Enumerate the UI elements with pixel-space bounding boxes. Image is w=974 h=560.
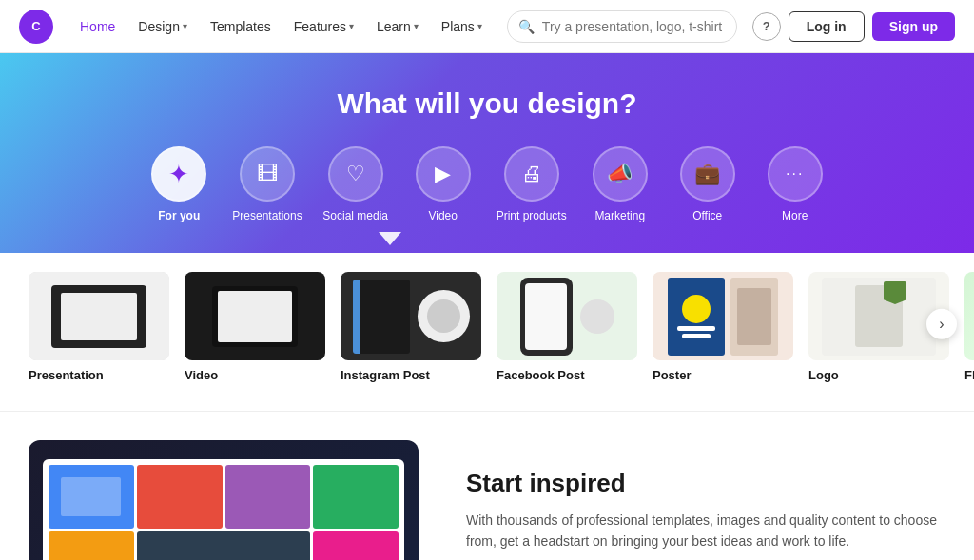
briefcase-icon: 💼 [694, 162, 720, 186]
video-circle: ▶ [416, 146, 471, 202]
megaphone-icon: 📣 [607, 162, 633, 186]
template-card-presentation[interactable]: Presentation [29, 272, 169, 382]
category-more[interactable]: ··· More [761, 146, 829, 222]
instagram-thumb [341, 272, 481, 360]
help-button[interactable]: ? [752, 12, 781, 41]
more-dots-icon: ··· [786, 165, 804, 183]
print-icon: 🖨 [521, 162, 542, 186]
presentation-card-label: Presentation [29, 368, 104, 382]
print-label: Print products [497, 209, 567, 222]
marketing-label: Marketing [594, 209, 645, 222]
heart-icon: ♡ [346, 162, 365, 186]
poster-thumb [653, 272, 793, 360]
poster-mini-icon [668, 278, 725, 356]
signup-button[interactable]: Sign up [872, 12, 955, 41]
scroll-right-button[interactable]: › [926, 309, 957, 339]
nav-right: ? Log in Sign up [752, 11, 955, 42]
nav-design[interactable]: Design ▾ [128, 13, 197, 40]
category-marketing[interactable]: 📣 Marketing [586, 146, 654, 222]
social-label: Social media [322, 209, 388, 222]
category-for-you[interactable]: ✦ For you [145, 146, 213, 222]
nav-templates[interactable]: Templates [201, 13, 281, 40]
tablet-mini-icon [212, 286, 298, 347]
bottom-title: Start inspired [466, 469, 945, 498]
hero-banner: What will you design? ✦ For you 🎞 Presen… [0, 53, 974, 253]
print-circle: 🖨 [504, 146, 559, 202]
nav-features[interactable]: Features ▾ [284, 13, 363, 40]
design-arrow-icon: ▾ [183, 21, 187, 31]
nav-links: Home Design ▾ Templates Features ▾ Learn… [70, 13, 492, 40]
video-card-label: Video [185, 368, 218, 382]
for-you-label: For you [158, 209, 200, 222]
learn-arrow-icon: ▾ [414, 21, 419, 31]
search-icon: 🔍 [518, 19, 535, 34]
template-card-flyer[interactable]: Flyer [964, 272, 974, 382]
flyer-card-label: Flyer [964, 368, 974, 382]
category-presentations[interactable]: 🎞 Presentations [232, 146, 302, 222]
laptop-mini-icon [51, 285, 146, 348]
logo-card-label: Logo [808, 368, 839, 382]
template-card-facebook[interactable]: Facebook Post [497, 272, 637, 382]
video-icon: ▶ [435, 162, 451, 186]
video-thumb [185, 272, 325, 360]
active-category-pointer [379, 232, 401, 245]
flyer-thumb [964, 272, 974, 360]
facebook-card-label: Facebook Post [497, 368, 584, 382]
bottom-section: All Hands Meeting Pitch Deck Start inspi… [0, 411, 974, 560]
search-container: 🔍 [507, 10, 737, 43]
presentations-circle: 🎞 [240, 146, 295, 202]
category-print-products[interactable]: 🖨 Print products [497, 146, 567, 222]
category-office[interactable]: 💼 Office [673, 146, 742, 222]
notebook-icon [353, 280, 410, 354]
category-social-media[interactable]: ♡ Social media [321, 146, 390, 222]
facebook-thumb [497, 272, 637, 360]
category-icons-row: ✦ For you 🎞 Presentations ♡ Social media… [145, 146, 828, 222]
more-label: More [782, 209, 808, 222]
search-input[interactable] [507, 10, 737, 43]
social-circle: ♡ [328, 146, 383, 202]
bottom-laptop-container: All Hands Meeting Pitch Deck [29, 440, 428, 560]
poster-card-label: Poster [653, 368, 691, 382]
instagram-card-label: Instagram Post [341, 368, 430, 382]
presentation-thumb [29, 272, 169, 360]
category-video[interactable]: ▶ Video [409, 146, 477, 222]
bottom-description: With thousands of professional templates… [466, 510, 945, 552]
hero-title: What will you design? [338, 87, 637, 120]
presentations-label: Presentations [232, 209, 302, 222]
canva-logo[interactable]: C [19, 10, 53, 44]
more-circle: ··· [768, 146, 823, 202]
plans-arrow-icon: ▾ [477, 21, 482, 31]
presentation-icon: 🎞 [257, 162, 278, 186]
bottom-laptop-image: All Hands Meeting Pitch Deck [29, 440, 419, 560]
nav-home[interactable]: Home [70, 13, 125, 40]
nav-learn[interactable]: Learn ▾ [367, 13, 428, 40]
office-circle: 💼 [680, 146, 735, 202]
login-button[interactable]: Log in [789, 11, 865, 42]
for-you-circle: ✦ [151, 146, 206, 202]
marketing-circle: 📣 [593, 146, 648, 202]
laptop-grid: All Hands Meeting Pitch Deck [43, 459, 404, 560]
templates-section: Presentation Video [0, 253, 974, 411]
template-card-video[interactable]: Video [185, 272, 325, 382]
sparkle-icon: ✦ [168, 160, 189, 189]
template-card-poster[interactable]: Poster [653, 272, 793, 382]
template-card-instagram[interactable]: Instagram Post [341, 272, 481, 382]
bottom-right-content: Start inspired With thousands of profess… [466, 440, 945, 560]
features-arrow-icon: ▾ [349, 21, 354, 31]
phone-mini-icon [520, 278, 573, 356]
templates-row: Presentation Video [29, 272, 945, 382]
office-label: Office [692, 209, 722, 222]
video-label: Video [428, 209, 457, 222]
navbar: C Home Design ▾ Templates Features ▾ Lea… [0, 0, 974, 53]
nav-plans[interactable]: Plans ▾ [432, 13, 492, 40]
